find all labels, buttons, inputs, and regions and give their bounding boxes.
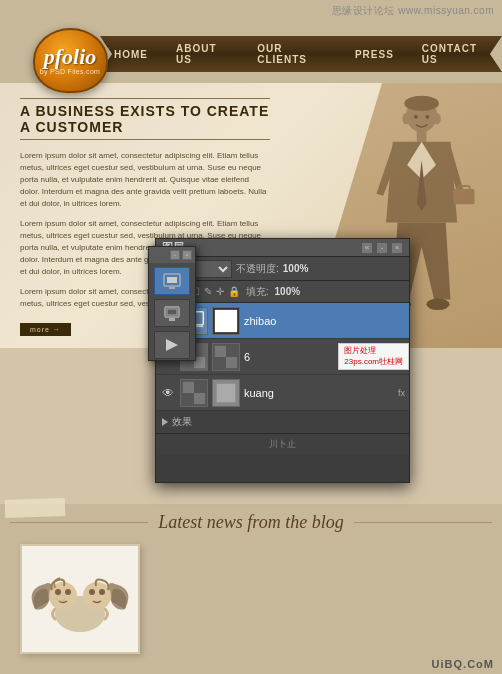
svg-rect-13 bbox=[169, 287, 175, 289]
svg-point-37 bbox=[65, 589, 71, 595]
svg-point-6 bbox=[426, 299, 449, 311]
svg-rect-15 bbox=[167, 309, 177, 315]
nav-item-contact[interactable]: CONTACT US bbox=[408, 43, 502, 65]
logo-badge: pfolio by PSD Files.com bbox=[30, 23, 110, 98]
main-content: A BUSINESS EXISTS TO CREATE A CUSTOMER L… bbox=[0, 83, 502, 674]
svg-point-41 bbox=[99, 589, 105, 595]
svg-rect-33 bbox=[217, 383, 236, 402]
svg-point-35 bbox=[49, 582, 77, 610]
ps-layer-mask-thumb-zhibao bbox=[212, 307, 240, 335]
hero-para-1: Lorem ipsum dolor sit amet, consectetur … bbox=[20, 150, 270, 210]
ps-lock-brush-icon[interactable]: ✎ bbox=[204, 286, 212, 297]
ps-fill-value: 100% bbox=[275, 286, 301, 297]
ps-effects-row: 效果 bbox=[156, 411, 409, 433]
logo-circle[interactable]: pfolio by PSD Files.com bbox=[33, 28, 108, 93]
ps-icon-btn-1[interactable] bbox=[154, 267, 190, 295]
ps-small-minimize-btn[interactable]: - bbox=[170, 250, 180, 260]
blog-section: Latest news from the blog bbox=[0, 504, 502, 674]
blog-title-line-right bbox=[354, 522, 492, 523]
ps-small-panel-titlebar: - × bbox=[149, 247, 195, 263]
ps-lock-all-icon[interactable]: 🔒 bbox=[228, 286, 240, 297]
ps-layer-thumb-kuang bbox=[180, 379, 208, 407]
svg-marker-17 bbox=[166, 339, 178, 351]
ps-eye-icon-kuang[interactable]: 👁 bbox=[160, 385, 176, 401]
ps-minimize-btn[interactable]: - bbox=[376, 242, 388, 254]
blog-section-title: Latest news from the blog bbox=[158, 512, 343, 533]
ps-layer-row-kuang[interactable]: 👁 kuang fx bbox=[156, 375, 409, 411]
watermark-bottom: UiBQ.CoM bbox=[432, 658, 494, 670]
ps-small-close-btn[interactable]: × bbox=[182, 250, 192, 260]
ps-icon-btn-3[interactable] bbox=[154, 331, 190, 359]
blog-image-frame bbox=[20, 544, 140, 654]
svg-point-39 bbox=[83, 582, 111, 610]
ps-lock-icons: ☐ ✎ ✛ 🔒 bbox=[191, 286, 240, 297]
ps-bottom-bar: 川卜止 bbox=[156, 433, 409, 455]
svg-rect-31 bbox=[194, 393, 205, 404]
logo-subtext: by PSD Files.com bbox=[40, 68, 100, 75]
header-area: pfolio by PSD Files.com HOME ABOUT US OU… bbox=[0, 28, 502, 83]
ps-scroll-text: 川卜止 bbox=[269, 438, 296, 451]
link-badge: 图片处理 23ps.com牡桂网 bbox=[338, 343, 409, 370]
ps-lock-move-icon[interactable]: ✛ bbox=[216, 286, 224, 297]
svg-point-1 bbox=[404, 96, 439, 111]
svg-point-36 bbox=[55, 589, 61, 595]
svg-point-9 bbox=[402, 113, 410, 125]
ps-effects-expand-icon[interactable] bbox=[162, 418, 168, 426]
svg-point-7 bbox=[414, 115, 418, 119]
svg-rect-28 bbox=[226, 357, 237, 368]
ps-effects-label: 效果 bbox=[172, 415, 192, 429]
svg-rect-30 bbox=[183, 381, 194, 392]
ps-panel-controls: « - × bbox=[361, 242, 403, 254]
logo-text: pfolio bbox=[44, 46, 97, 68]
ps-layer-name-zhibao: zhibao bbox=[244, 315, 405, 327]
ps-fx-badge: fx bbox=[398, 388, 405, 398]
svg-rect-2 bbox=[417, 130, 427, 142]
watermark-top: 思缘设计论坛 www.missyuan.com bbox=[332, 4, 494, 18]
svg-rect-22 bbox=[215, 309, 237, 331]
svg-point-10 bbox=[433, 113, 441, 125]
hero-title: A BUSINESS EXISTS TO CREATE A CUSTOMER bbox=[20, 98, 270, 140]
nav-item-about[interactable]: ABOUT US bbox=[162, 43, 243, 65]
ps-fill-label: 填充: bbox=[246, 285, 269, 299]
blog-title-line-left bbox=[10, 522, 148, 523]
nav-ribbon: HOME ABOUT US OUR CLIENTS PRESS CONTACT … bbox=[100, 36, 502, 72]
nav-item-clients[interactable]: OUR CLIENTS bbox=[243, 43, 341, 65]
ps-small-tools-panel: - × bbox=[148, 246, 196, 361]
ps-icon-area bbox=[149, 263, 195, 363]
ps-layer-name-kuang: kuang bbox=[244, 387, 392, 399]
nav-item-press[interactable]: PRESS bbox=[341, 49, 408, 60]
blog-content bbox=[0, 539, 502, 659]
ps-icon-btn-2[interactable] bbox=[154, 299, 190, 327]
svg-rect-12 bbox=[167, 277, 177, 283]
ps-close-btn[interactable]: × bbox=[391, 242, 403, 254]
blog-title-area: Latest news from the blog bbox=[0, 504, 502, 539]
more-link[interactable]: more → bbox=[20, 323, 71, 336]
ps-expand-btn[interactable]: « bbox=[361, 242, 373, 254]
ps-layer-mask-thumb-6 bbox=[212, 343, 240, 371]
svg-point-8 bbox=[425, 115, 429, 119]
ps-opacity-value: 100% bbox=[283, 263, 309, 274]
svg-rect-27 bbox=[215, 345, 226, 356]
ps-layer-mask-thumb-kuang bbox=[212, 379, 240, 407]
svg-rect-16 bbox=[169, 318, 175, 321]
ps-opacity-label: 不透明度: bbox=[236, 262, 279, 276]
svg-point-40 bbox=[89, 589, 95, 595]
